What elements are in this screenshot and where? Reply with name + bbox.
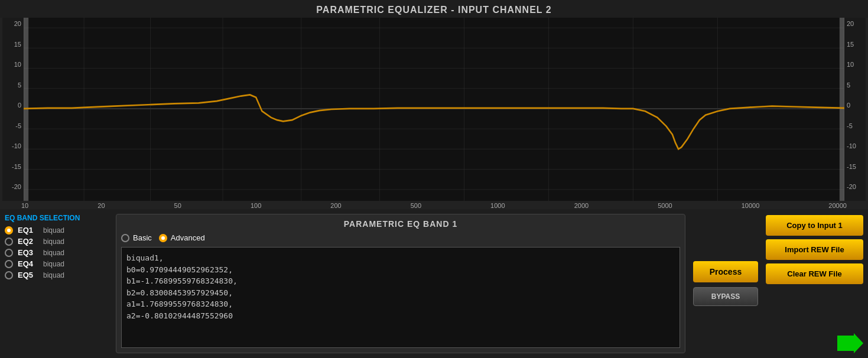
eq1-radio[interactable]	[5, 226, 13, 235]
advanced-mode-selector[interactable]: Advanced	[159, 233, 205, 242]
eq3-radio[interactable]	[5, 249, 13, 257]
eq-band-selection-title: EQ BAND SELECTION	[5, 214, 111, 222]
basic-radio[interactable]	[121, 234, 129, 242]
main-container: PARAMETRIC EQUALIZER - INPUT CHANNEL 2 2…	[0, 0, 868, 358]
eq2-type: biquad	[43, 237, 64, 246]
eq-band-item-eq5[interactable]: EQ5 biquad	[5, 271, 111, 279]
eq5-type: biquad	[43, 271, 64, 279]
eq4-label: EQ4	[18, 259, 38, 268]
eq-band-item-eq1[interactable]: EQ1 biquad	[5, 226, 111, 235]
svg-rect-0	[24, 18, 844, 201]
page-title: PARAMETRIC EQUALIZER - INPUT CHANNEL 2	[0, 0, 868, 18]
import-rew-button[interactable]: Import REW File	[766, 239, 863, 260]
biquad-textarea[interactable]: biquad1, b0=0.97094449052962352, b1=-1.7…	[121, 247, 680, 348]
mode-selector: Basic Advanced	[121, 233, 680, 242]
eq-band-item-eq4[interactable]: EQ4 biquad	[5, 259, 111, 268]
y-axis-right: 20 15 10 5 0 -5 -10 -15 -20	[844, 18, 866, 201]
eq5-radio[interactable]	[5, 271, 13, 279]
eq-chart	[24, 18, 844, 201]
basic-label: Basic	[133, 233, 152, 242]
eq2-radio[interactable]	[5, 237, 13, 246]
eq-band-item-eq2[interactable]: EQ2 biquad	[5, 237, 111, 246]
eq1-label: EQ1	[18, 226, 38, 235]
parametric-eq-band-panel: PARAMETRIC EQ BAND 1 Basic Advanced biqu…	[116, 214, 685, 353]
bypass-button[interactable]: BYPASS	[693, 287, 758, 306]
eq3-type: biquad	[43, 249, 64, 257]
eq4-type: biquad	[43, 260, 64, 268]
eq3-label: EQ3	[18, 248, 38, 257]
bottom-section: EQ BAND SELECTION EQ1 biquad EQ2 biquad …	[0, 209, 868, 358]
parametric-eq-band-title: PARAMETRIC EQ BAND 1	[121, 219, 680, 229]
eq-band-item-eq3[interactable]: EQ3 biquad	[5, 248, 111, 257]
eq1-type: biquad	[43, 226, 64, 235]
eq4-radio[interactable]	[5, 260, 13, 268]
eq5-label: EQ5	[18, 271, 38, 279]
x-axis: 10 20 50 100 200 500 1000 2000 5000 1000…	[0, 201, 868, 209]
clear-rew-button[interactable]: Clear REW File	[766, 263, 863, 284]
chart-area: 20 15 10 5 0 -5 -10 -15 -20	[2, 18, 866, 201]
basic-mode-selector[interactable]: Basic	[121, 233, 152, 242]
svg-marker-23	[837, 333, 863, 353]
eq-band-selection: EQ BAND SELECTION EQ1 biquad EQ2 biquad …	[5, 214, 111, 353]
right-buttons: Copy to Input 1 Import REW File Clear RE…	[766, 214, 863, 353]
svg-rect-22	[840, 18, 844, 201]
process-button[interactable]: Process	[693, 261, 758, 282]
copy-to-input-button[interactable]: Copy to Input 1	[766, 215, 863, 236]
advanced-radio[interactable]	[159, 234, 167, 242]
y-axis-left: 20 15 10 5 0 -5 -10 -15 -20	[2, 18, 24, 201]
green-arrow-icon	[837, 333, 863, 353]
eq2-label: EQ2	[18, 237, 38, 246]
process-bypass-column: Process BYPASS	[690, 214, 761, 353]
advanced-label: Advanced	[171, 233, 205, 242]
arrow-container	[766, 288, 863, 353]
